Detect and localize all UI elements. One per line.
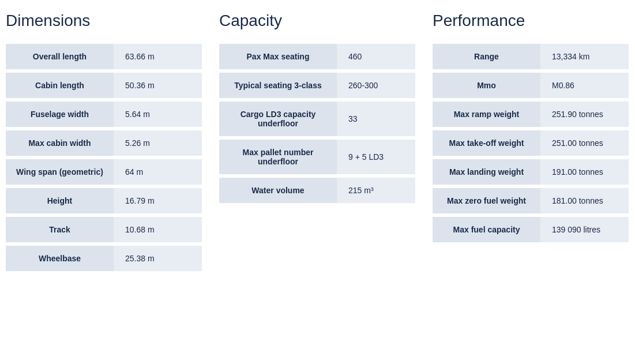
table-row: Track 10.68 m [6, 217, 202, 242]
row-value: 215 m³ [337, 178, 415, 203]
row-label: Max pallet number underfloor [219, 140, 337, 174]
performance-title: Performance [433, 12, 629, 30]
row-value: 260-300 [337, 73, 415, 98]
row-label: Track [6, 217, 114, 242]
table-row: Fuselage width 5.64 m [6, 102, 202, 127]
row-value: 181.00 tonnes [540, 188, 629, 213]
table-row: Pax Max seating 460 [219, 44, 415, 69]
row-label: Typical seating 3-class [219, 73, 337, 98]
table-row: Wing span (geometric) 64 m [6, 159, 202, 185]
table-row: Height 16.79 m [6, 188, 202, 213]
row-value: 5.64 m [114, 102, 202, 127]
table-row: Max ramp weight 251.90 tonnes [433, 102, 629, 127]
row-value: 251.00 tonnes [540, 130, 629, 156]
row-value: 139 090 litres [540, 217, 629, 242]
table-row: Max pallet number underfloor 9 + 5 LD3 [219, 140, 415, 174]
row-value: 33 [337, 102, 415, 136]
dimensions-title: Dimensions [6, 12, 202, 30]
performance-section: Performance Range 13,334 km Mmo M0.86 Ma… [433, 12, 629, 275]
table-row: Cargo LD3 capacity underfloor 33 [219, 102, 415, 136]
performance-table: Range 13,334 km Mmo M0.86 Max ramp weigh… [433, 40, 629, 246]
row-value: 63.66 m [114, 44, 202, 69]
table-row: Cabin length 50.36 m [6, 73, 202, 98]
table-row: Max take-off weight 251.00 tonnes [433, 130, 629, 156]
row-label: Max cabin width [6, 130, 114, 156]
capacity-section: Capacity Pax Max seating 460 Typical sea… [219, 12, 415, 275]
row-value: 10.68 m [114, 217, 202, 242]
row-value: 191.00 tonnes [540, 159, 629, 185]
main-grid: Dimensions Overall length 63.66 m Cabin … [6, 12, 629, 275]
row-value: 460 [337, 44, 415, 69]
table-row: Mmo M0.86 [433, 73, 629, 98]
row-label: Fuselage width [6, 102, 114, 127]
row-value: 13,334 km [540, 44, 629, 69]
dimensions-section: Dimensions Overall length 63.66 m Cabin … [6, 12, 202, 275]
row-value: 16.79 m [114, 188, 202, 213]
row-value: 25.38 m [114, 246, 202, 271]
row-value: 9 + 5 LD3 [337, 140, 415, 174]
row-label: Cabin length [6, 73, 114, 98]
row-label: Max ramp weight [433, 102, 540, 127]
row-label: Water volume [219, 178, 337, 203]
table-row: Max zero fuel weight 181.00 tonnes [433, 188, 629, 213]
table-row: Max fuel capacity 139 090 litres [433, 217, 629, 242]
row-value: 5.26 m [114, 130, 202, 156]
table-row: Range 13,334 km [433, 44, 629, 69]
row-value: 50.36 m [114, 73, 202, 98]
row-label: Max take-off weight [433, 130, 540, 156]
row-label: Pax Max seating [219, 44, 337, 69]
row-value: M0.86 [540, 73, 629, 98]
table-row: Max cabin width 5.26 m [6, 130, 202, 156]
table-row: Typical seating 3-class 260-300 [219, 73, 415, 98]
row-label: Height [6, 188, 114, 213]
table-row: Max landing weight 191.00 tonnes [433, 159, 629, 185]
row-label: Cargo LD3 capacity underfloor [219, 102, 337, 136]
row-label: Mmo [433, 73, 540, 98]
row-label: Overall length [6, 44, 114, 69]
table-row: Wheelbase 25.38 m [6, 246, 202, 271]
dimensions-table: Overall length 63.66 m Cabin length 50.3… [6, 40, 202, 275]
capacity-table: Pax Max seating 460 Typical seating 3-cl… [219, 40, 415, 207]
table-row: Water volume 215 m³ [219, 178, 415, 203]
row-label: Range [433, 44, 540, 69]
row-label: Max zero fuel weight [433, 188, 540, 213]
row-label: Max fuel capacity [433, 217, 540, 242]
capacity-title: Capacity [219, 12, 415, 30]
row-value: 251.90 tonnes [540, 102, 629, 127]
row-label: Wheelbase [6, 246, 114, 271]
table-row: Overall length 63.66 m [6, 44, 202, 69]
row-value: 64 m [114, 159, 202, 185]
row-label: Wing span (geometric) [6, 159, 114, 185]
row-label: Max landing weight [433, 159, 540, 185]
